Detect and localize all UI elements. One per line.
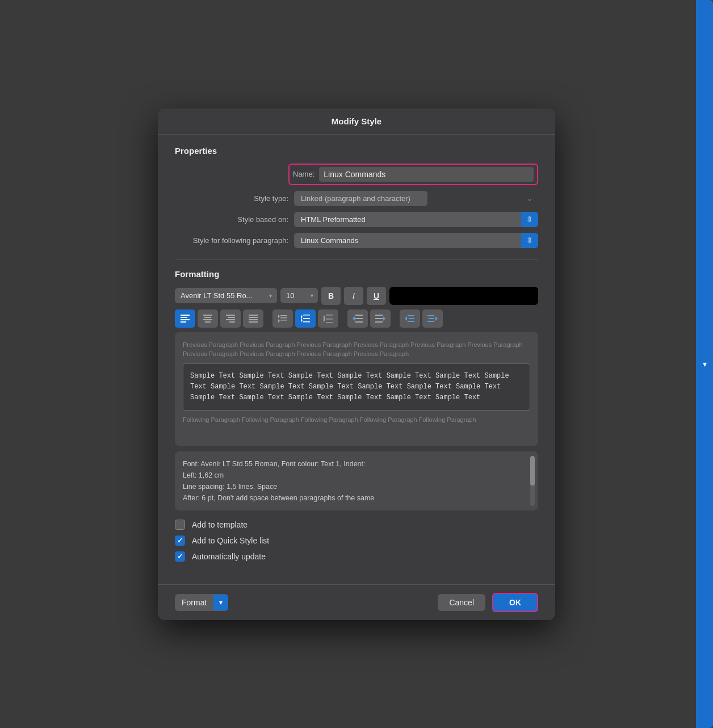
color-button[interactable]: [389, 287, 538, 305]
svg-marker-20: [278, 319, 280, 323]
dialog-content: Properties Name: Style type: Linked (par…: [158, 135, 555, 584]
svg-rect-27: [326, 319, 333, 320]
color-picker-wrapper: ▾: [389, 287, 538, 305]
automatically-update-label: Automatically update: [192, 552, 266, 561]
svg-rect-14: [249, 319, 258, 320]
style-following-label: Style for following paragraph:: [175, 236, 288, 245]
align-left-button[interactable]: [175, 309, 195, 328]
svg-rect-6: [203, 319, 212, 320]
svg-rect-0: [181, 315, 190, 316]
description-text: Font: Avenir LT Std 55 Roman, Font colou…: [183, 458, 530, 504]
style-type-row: Style type: Linked (paragraph and charac…: [175, 191, 538, 206]
svg-rect-12: [249, 315, 258, 316]
list-indent-decrease-button[interactable]: [400, 309, 420, 328]
svg-rect-13: [249, 317, 258, 318]
svg-rect-11: [229, 321, 235, 323]
title-bar: Modify Style: [158, 108, 555, 135]
svg-rect-17: [280, 317, 287, 319]
svg-rect-23: [303, 321, 310, 323]
add-to-template-label: Add to template: [192, 520, 248, 529]
scrollbar-thumb: [530, 456, 535, 486]
bottom-bar: Format ▾ Cancel OK: [158, 584, 555, 620]
formatting-title: Formatting: [175, 269, 538, 279]
svg-rect-28: [326, 322, 333, 323]
style-following-row: Style for following paragraph: Linux Com…: [175, 233, 538, 248]
add-to-quick-style-checkbox[interactable]: [175, 535, 185, 546]
checkboxes-section: Add to template Add to Quick Style list …: [175, 520, 538, 562]
preview-area: Previous Paragraph Previous Paragraph Pr…: [175, 332, 538, 446]
style-based-row: Style based on: HTML Preformatted ⬍: [175, 212, 538, 227]
svg-rect-3: [181, 321, 186, 323]
svg-rect-43: [427, 315, 434, 316]
ok-button[interactable]: OK: [492, 593, 538, 612]
line-spacing-single-button[interactable]: [272, 309, 293, 328]
svg-rect-4: [203, 315, 212, 316]
align-right-button[interactable]: [220, 309, 241, 328]
style-type-select[interactable]: Linked (paragraph and character): [294, 191, 427, 206]
style-following-select-wrapper: Linux Commands ⬍: [294, 233, 538, 248]
svg-rect-22: [303, 318, 310, 319]
name-label: Name:: [293, 170, 314, 178]
divider-1: [175, 260, 538, 260]
increase-indent-button[interactable]: [370, 309, 391, 328]
svg-rect-37: [375, 321, 383, 323]
font-toolbar-row: Avenir LT Std 55 Ro... ▾ 10 ▾ B I U ▾: [175, 287, 538, 305]
description-box: Font: Avenir LT Std 55 Roman, Font colou…: [175, 451, 538, 511]
italic-button[interactable]: I: [344, 287, 363, 305]
cancel-button[interactable]: Cancel: [438, 594, 485, 611]
style-type-select-wrapper: Linked (paragraph and character): [294, 191, 538, 206]
svg-marker-38: [383, 316, 385, 321]
svg-marker-42: [405, 316, 407, 321]
list-indent-increase-button[interactable]: [422, 309, 443, 328]
size-select-wrapper: 10 ▾: [280, 288, 318, 303]
modify-style-dialog: Modify Style Properties Name: Style type…: [158, 108, 555, 620]
add-to-quick-style-label: Add to Quick Style list: [192, 536, 269, 545]
automatically-update-row: Automatically update: [175, 551, 538, 562]
svg-rect-45: [427, 321, 434, 322]
svg-rect-31: [355, 315, 363, 316]
alignment-toolbar-row: [175, 309, 538, 328]
line-spacing-15-button[interactable]: [295, 309, 316, 328]
add-to-template-row: Add to template: [175, 520, 538, 530]
style-following-select[interactable]: Linux Commands: [294, 233, 538, 248]
format-button-arrow: ▾: [213, 595, 228, 610]
svg-rect-10: [226, 319, 235, 320]
style-based-select-wrapper: HTML Preformatted ⬍: [294, 212, 538, 227]
style-following-dropdown-btn[interactable]: ⬍: [521, 233, 538, 248]
decrease-indent-button[interactable]: [347, 309, 368, 328]
underline-button[interactable]: U: [367, 287, 386, 305]
svg-rect-2: [181, 319, 190, 320]
svg-marker-19: [278, 315, 280, 318]
style-based-dropdown-btn[interactable]: ⬍: [521, 212, 538, 227]
preview-previous-text: Previous Paragraph Previous Paragraph Pr…: [183, 340, 530, 359]
name-field-wrapper: Name:: [288, 164, 538, 185]
style-type-label: Style type:: [175, 194, 288, 203]
bottom-right-buttons: Cancel OK: [438, 593, 538, 612]
size-select[interactable]: 10: [280, 288, 318, 303]
properties-section: Properties Name: Style type: Linked (par…: [175, 146, 538, 248]
svg-rect-26: [326, 315, 333, 316]
add-to-template-checkbox[interactable]: [175, 520, 185, 530]
svg-rect-16: [280, 315, 287, 316]
bold-button[interactable]: B: [321, 287, 341, 305]
style-based-select[interactable]: HTML Preformatted: [294, 212, 538, 227]
svg-rect-39: [408, 315, 414, 316]
align-justify-button[interactable]: [243, 309, 263, 328]
style-based-label: Style based on:: [175, 215, 288, 224]
format-button[interactable]: Format ▾: [175, 594, 228, 611]
svg-rect-36: [375, 318, 383, 319]
name-input[interactable]: [319, 167, 534, 182]
dialog-title: Modify Style: [169, 116, 544, 126]
font-select[interactable]: Avenir LT Std 55 Ro...: [175, 288, 277, 303]
svg-rect-44: [429, 318, 434, 319]
line-spacing-double-button[interactable]: [318, 309, 338, 328]
formatting-section: Formatting Avenir LT Std 55 Ro... ▾ 10 ▾…: [175, 269, 538, 511]
svg-rect-21: [303, 315, 310, 316]
align-center-button[interactable]: [198, 309, 218, 328]
scrollbar-track[interactable]: [530, 456, 535, 506]
properties-title: Properties: [175, 146, 538, 156]
svg-rect-9: [228, 317, 235, 318]
svg-rect-15: [249, 321, 258, 323]
format-button-label: Format: [175, 594, 213, 611]
automatically-update-checkbox[interactable]: [175, 551, 185, 562]
